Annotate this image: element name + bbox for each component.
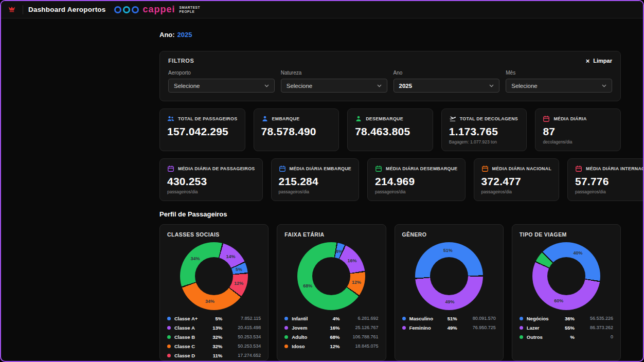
stat-sublabel: decolagens/dia — [543, 139, 613, 144]
stat-card: MÉDIA DIÁRIA EMBARQUE 215.284 passageiro… — [271, 158, 360, 201]
filters-header: FILTROS × Limpar — [168, 58, 612, 64]
legend-row: Outros % 0 — [520, 332, 613, 341]
legend-percent: 36% — [558, 316, 575, 321]
legend-value: 76.950.725 — [461, 325, 496, 330]
stat-label: TOTAL DE DECOLAGENS — [460, 116, 518, 121]
donut-chart: 4%16%12%68% — [297, 242, 365, 310]
legend-name: Negócios — [527, 316, 554, 321]
legend-dot-icon — [284, 317, 288, 320]
stat-value: 78.578.490 — [261, 125, 332, 138]
page-title: Dashboard Aeroportos — [28, 6, 106, 13]
stat-sublabel: passageiros/dia — [167, 189, 255, 194]
donut-chart: 51%49% — [415, 242, 483, 310]
legend-row: Classe D 11% 17.274.652 — [167, 351, 261, 360]
legend-dot-icon — [167, 326, 171, 330]
legend-name: Idoso — [292, 343, 319, 349]
stat-label: DESEMBARQUE — [366, 116, 403, 121]
legend-percent: 49% — [441, 325, 457, 331]
filter-select-natureza[interactable]: Selecione — [281, 79, 387, 93]
legend-value: 25.126.767 — [344, 325, 379, 330]
people-icon — [167, 115, 174, 122]
legend-percent: 4% — [324, 316, 340, 321]
donut-percent-label: 5% — [236, 267, 242, 272]
chevron-down-icon — [489, 84, 494, 87]
plane-takeoff-icon — [449, 115, 456, 122]
brand-tagline: SMARTEST PEOPLE — [180, 6, 201, 13]
legend-value: 18.845.075 — [344, 343, 379, 349]
stat-card: MÉDIA DIÁRIA NACIONAL 372.477 passageiro… — [474, 158, 560, 201]
legend-row: Lazer 55% 86.373.262 — [520, 323, 613, 332]
year-value: 2025 — [177, 31, 192, 39]
stat-label: TOTAL DE PASSAGEIROS — [178, 116, 237, 121]
filter-select-mes[interactable]: Selecione — [506, 79, 612, 93]
stat-value: 215.284 — [279, 175, 352, 188]
stat-label: MÉDIA DIÁRIA EMBARQUE — [290, 166, 352, 171]
stats-row-2: MÉDIA DIÁRIA DE PASSAGEIROS 430.253 pass… — [159, 158, 621, 201]
clear-filters-button[interactable]: × Limpar — [586, 58, 612, 64]
stat-card-header: MÉDIA DIÁRIA DE PASSAGEIROS — [167, 165, 255, 172]
donut-hole — [312, 257, 350, 295]
section-title: Perfil de Passageiros — [159, 210, 621, 218]
donut-percent-label: 49% — [445, 299, 455, 304]
filter-field: Mês Selecione — [506, 70, 612, 93]
brand-circle-icon — [123, 6, 130, 13]
filter-select-ano[interactable]: 2025 — [393, 79, 500, 93]
chevron-down-icon — [377, 84, 382, 87]
legend-dot-icon — [402, 326, 406, 330]
donut-percent-label: 51% — [443, 248, 453, 253]
stat-card: EMBARQUE 78.578.490 — [254, 108, 339, 151]
legend-name: Infantil — [292, 316, 319, 321]
chart-legend: Negócios 36% 56.535.226 Lazer 55% 86.373… — [520, 314, 613, 341]
chart-legend: Classe A+ 5% 7.852.115 Classe A 13% 20.4… — [167, 314, 261, 360]
legend-value: 50.253.534 — [226, 334, 261, 339]
legend-value: 7.852.115 — [226, 316, 261, 321]
legend-percent: 55% — [558, 325, 575, 331]
filter-select-aeroporto[interactable]: Selecione — [168, 79, 275, 93]
legend-percent: 32% — [206, 343, 222, 349]
donut-percent-label: 34% — [191, 256, 200, 261]
legend-dot-icon — [167, 345, 171, 348]
filter-select-value: Selecione — [511, 83, 538, 89]
stat-sublabel: passageiros/dia — [481, 189, 552, 194]
donut-percent-label: 16% — [347, 258, 356, 263]
stat-label: MÉDIA DIÁRIA NACIONAL — [492, 166, 552, 171]
legend-percent: 13% — [206, 325, 222, 331]
year-line: Ano:2025 — [159, 31, 621, 39]
donut-percent-label: 12% — [234, 281, 243, 286]
clear-label: Limpar — [593, 58, 612, 64]
calendar-icon — [575, 165, 582, 172]
legend-percent: 16% — [324, 325, 340, 331]
chart-title: CLASSES SOCIAIS — [167, 231, 261, 238]
stat-value: 1.173.765 — [449, 125, 520, 138]
chart-panel: GÊNERO 51%49% Masculino 51% 80.091.570 F… — [395, 224, 504, 361]
legend-dot-icon — [167, 317, 171, 320]
filter-select-value: Selecione — [174, 83, 200, 89]
legend-dot-icon — [520, 335, 523, 339]
legend-row: Classe B 32% 50.253.534 — [167, 332, 261, 341]
stat-value: 57.776 — [575, 175, 644, 188]
chart-title: FAIXA ETÁRIA — [284, 231, 378, 238]
chart-title: TIPO DE VIAGEM — [520, 231, 613, 238]
legend-dot-icon — [167, 354, 171, 357]
legend-percent: 11% — [206, 353, 222, 358]
legend-value: 80.091.570 — [461, 316, 496, 321]
stat-label: MÉDIA DIÁRIA DESEMBARQUE — [386, 166, 457, 171]
legend-value: 50.253.534 — [226, 343, 261, 349]
legend-value: 56.535.226 — [578, 316, 613, 321]
legend-percent: 51% — [441, 316, 457, 321]
app-logo-icon — [6, 5, 17, 15]
brand-name: cappei — [143, 4, 175, 15]
donut-percent-label: 40% — [574, 250, 583, 256]
stat-sublabel: passageiros/dia — [575, 189, 644, 194]
stat-value: 372.477 — [481, 175, 552, 188]
legend-dot-icon — [284, 345, 288, 348]
chart-panel: CLASSES SOCIAIS 14%5%12%34%34% Classe A+… — [159, 224, 269, 361]
legend-name: Feminino — [409, 325, 437, 331]
legend-name: Lazer — [527, 325, 554, 331]
chart-title: GÊNERO — [402, 231, 496, 238]
chevron-down-icon — [602, 84, 606, 87]
calendar-icon — [167, 165, 174, 172]
legend-row: Negócios 36% 56.535.226 — [520, 314, 613, 323]
donut-hole — [195, 257, 233, 295]
legend-row: Idoso 12% 18.845.075 — [284, 341, 378, 351]
